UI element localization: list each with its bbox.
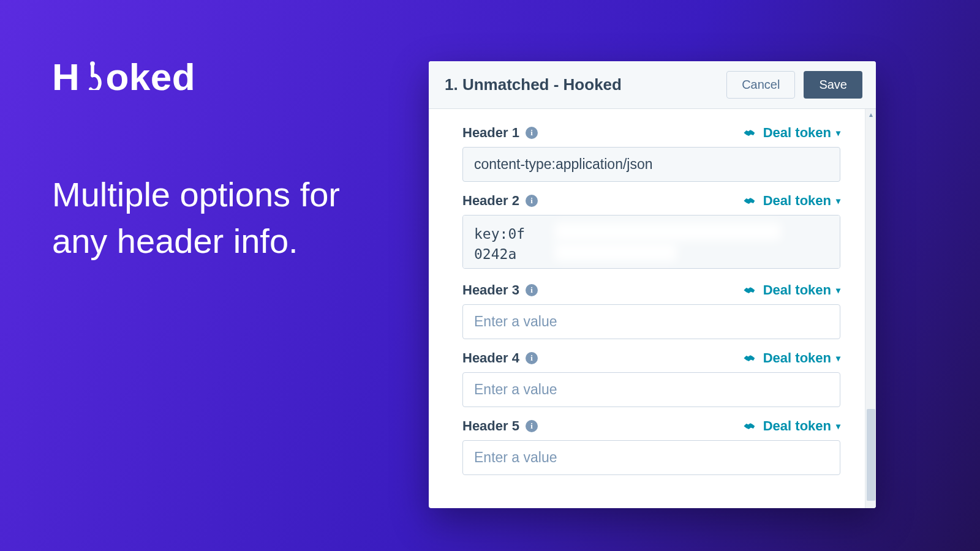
handshake-icon — [742, 195, 758, 207]
header-label: Header 2 — [462, 193, 519, 209]
header-input-5[interactable] — [462, 440, 840, 475]
deal-token-dropdown[interactable]: Deal token ▾ — [742, 418, 840, 434]
deal-token-dropdown[interactable]: Deal token ▾ — [742, 282, 840, 298]
handshake-icon — [742, 352, 758, 364]
chevron-down-icon: ▾ — [836, 285, 840, 295]
chevron-down-icon: ▾ — [836, 353, 840, 363]
deal-token-dropdown[interactable]: Deal token ▾ — [742, 125, 840, 141]
info-icon[interactable]: i — [526, 195, 538, 207]
header-input-2[interactable] — [462, 215, 840, 269]
chevron-down-icon: ▾ — [836, 421, 840, 431]
deal-token-label: Deal token — [763, 125, 831, 141]
chevron-down-icon: ▾ — [836, 196, 840, 206]
config-panel: 1. Unmatched - Hooked Cancel Save Header… — [429, 61, 876, 508]
handshake-icon — [742, 420, 758, 432]
brand-name-part2: oked — [105, 55, 195, 99]
brand-name-part1: H — [52, 55, 80, 99]
header-field-4: Header 4 i Deal token ▾ — [462, 345, 840, 407]
marketing-headline: Multiple options for any header info. — [52, 171, 371, 264]
header-field-3: Header 3 i Deal token ▾ — [462, 277, 840, 339]
deal-token-label: Deal token — [763, 282, 831, 298]
header-label: Header 5 — [462, 418, 519, 434]
form-area: Header 1 i Deal token ▾ — [429, 109, 865, 508]
deal-token-label: Deal token — [763, 193, 831, 209]
header-field-2: Header 2 i Deal token ▾ — [462, 188, 840, 271]
header-label: Header 4 — [462, 350, 519, 366]
info-icon[interactable]: i — [526, 284, 538, 296]
deal-token-label: Deal token — [763, 350, 831, 366]
deal-token-dropdown[interactable]: Deal token ▾ — [742, 350, 840, 366]
hook-icon — [80, 55, 105, 99]
header-label: Header 1 — [462, 125, 519, 141]
info-icon[interactable]: i — [526, 127, 538, 139]
header-field-1: Header 1 i Deal token ▾ — [462, 120, 840, 182]
header-input-3[interactable] — [462, 304, 840, 339]
brand-logo: Hoked — [52, 55, 195, 99]
chevron-down-icon: ▾ — [836, 128, 840, 138]
panel-actions: Cancel Save — [726, 71, 862, 99]
panel-title: 1. Unmatched - Hooked — [445, 75, 622, 94]
info-icon[interactable]: i — [526, 420, 538, 432]
info-icon[interactable]: i — [526, 352, 538, 364]
screen: Hoked Multiple options for any header in… — [0, 0, 980, 551]
cancel-button[interactable]: Cancel — [726, 71, 795, 99]
header-input-1[interactable] — [462, 147, 840, 182]
scroll-up-arrow[interactable]: ▴ — [865, 109, 876, 120]
header-field-5: Header 5 i Deal token ▾ — [462, 413, 840, 475]
panel-body: Header 1 i Deal token ▾ — [429, 109, 876, 508]
scroll-thumb[interactable] — [867, 409, 875, 501]
deal-token-dropdown[interactable]: Deal token ▾ — [742, 193, 840, 209]
handshake-icon — [742, 284, 758, 296]
header-input-4[interactable] — [462, 372, 840, 407]
save-button[interactable]: Save — [804, 71, 862, 99]
handshake-icon — [742, 127, 758, 139]
panel-header: 1. Unmatched - Hooked Cancel Save — [429, 61, 876, 109]
deal-token-label: Deal token — [763, 418, 831, 434]
scrollbar[interactable]: ▴ — [865, 109, 876, 508]
header-label: Header 3 — [462, 282, 519, 298]
